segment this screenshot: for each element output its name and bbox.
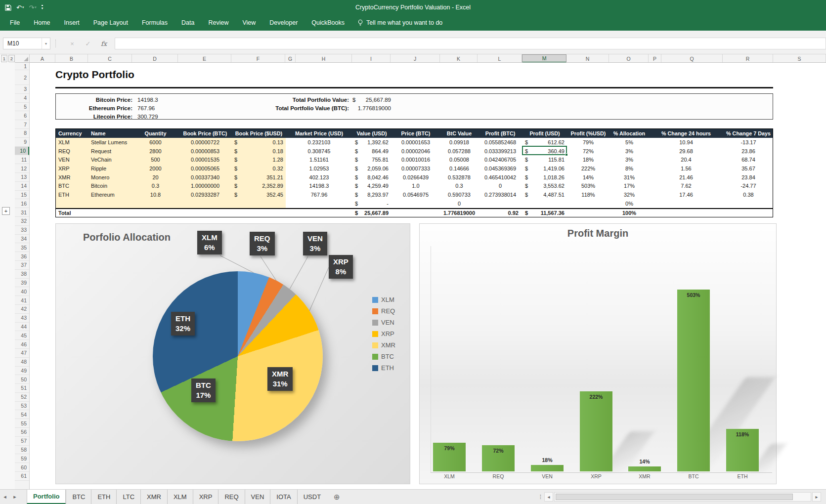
sheet-tab-ven[interactable]: VEN <box>245 490 270 504</box>
column-header-Q[interactable]: Q <box>661 54 723 63</box>
cell[interactable]: -24.77 <box>723 181 774 190</box>
cell[interactable] <box>286 199 352 208</box>
cell[interactable]: VeChain <box>88 155 132 164</box>
sheet-tab-xrp[interactable]: XRP <box>193 490 218 504</box>
row-header-46[interactable]: 46 <box>15 340 29 349</box>
cell[interactable]: 0.38 <box>723 190 774 199</box>
row-header-55[interactable]: 55 <box>15 419 29 428</box>
cell[interactable]: 10.94 <box>649 138 723 147</box>
cell[interactable]: $8,293.97 <box>352 190 391 199</box>
cell[interactable]: 35.67 <box>723 164 774 173</box>
cell[interactable]: Name <box>88 129 132 138</box>
cell[interactable]: Request <box>88 147 132 156</box>
bar-btc[interactable]: 503%BTC <box>677 244 710 471</box>
cell[interactable]: XRP <box>56 164 88 173</box>
sheet-tab-usdt[interactable]: USDT <box>297 490 327 504</box>
cell[interactable]: 0.057288 <box>440 147 478 156</box>
cell[interactable]: % Allocation <box>609 129 649 138</box>
cell[interactable]: Currency <box>56 129 88 138</box>
cancel-button[interactable]: × <box>65 38 79 49</box>
row-header-14[interactable]: 14 <box>15 182 29 191</box>
cell[interactable]: 7.62 <box>649 181 723 190</box>
pie[interactable] <box>153 271 323 441</box>
column-header-A[interactable]: A <box>30 54 55 63</box>
cell[interactable]: Profit (USD) <box>522 129 567 138</box>
row-header-13[interactable]: 13 <box>15 173 29 182</box>
row-header-59[interactable]: 59 <box>15 454 29 463</box>
cell[interactable]: Quantity <box>132 129 178 138</box>
row-header-36[interactable]: 36 <box>15 252 29 261</box>
scroll-left-icon[interactable]: ◂ <box>544 492 553 502</box>
cell[interactable]: % Change 24 hours <box>649 129 723 138</box>
cell[interactable]: BTC <box>56 181 88 190</box>
cell[interactable]: $25,667.89 <box>352 209 391 217</box>
scroll-track[interactable] <box>554 492 811 502</box>
row-header-6[interactable]: 6 <box>15 111 29 120</box>
cell[interactable]: 32% <box>609 190 649 199</box>
cell[interactable]: 0.232103 <box>286 138 352 147</box>
row-header-2[interactable]: 2 <box>15 70 29 85</box>
cell[interactable] <box>391 209 440 217</box>
row-header-47[interactable]: 47 <box>15 349 29 358</box>
tell-me-box[interactable]: Tell me what you want to do <box>351 19 448 27</box>
cell[interactable]: 503% <box>567 181 609 190</box>
cell[interactable]: 0.590733 <box>440 190 478 199</box>
cell[interactable] <box>132 199 178 208</box>
cell[interactable]: 20 <box>132 173 178 182</box>
cell[interactable] <box>723 199 774 208</box>
cell[interactable]: 23.84 <box>723 173 774 182</box>
ribbon-tab-insert[interactable]: Insert <box>57 15 87 30</box>
outline-expand-button[interactable]: + <box>2 207 10 215</box>
cell[interactable] <box>88 199 132 208</box>
cell[interactable]: 0.033399213 <box>478 147 522 156</box>
cell[interactable]: Book Price (BTC) <box>178 129 232 138</box>
bar-xmr[interactable]: 14%XMR <box>628 244 661 471</box>
cell[interactable]: % Change 7 Days <box>723 129 774 138</box>
cell[interactable]: 20.4 <box>649 155 723 164</box>
cell[interactable]: 0.02933287 <box>178 190 232 199</box>
cell[interactable]: Ethereum <box>88 190 132 199</box>
cell[interactable]: 0.09918 <box>440 138 478 147</box>
cell[interactable] <box>522 199 567 208</box>
cell[interactable]: $864.49 <box>352 147 391 156</box>
row-header-11[interactable]: 11 <box>15 155 29 164</box>
ribbon-tab-formulas[interactable]: Formulas <box>135 15 174 30</box>
sheet-nav-right-icon[interactable]: ▸ <box>10 490 20 504</box>
cell[interactable]: 0.0546975 <box>391 190 440 199</box>
row-header-49[interactable]: 49 <box>15 367 29 376</box>
cell[interactable]: 0.465410042 <box>478 173 522 182</box>
cell[interactable]: 0.00010016 <box>391 155 440 164</box>
cell[interactable]: $755.81 <box>352 155 391 164</box>
cell[interactable]: 3% <box>609 155 649 164</box>
row-header-16[interactable]: 16 <box>15 199 29 208</box>
cell[interactable]: 0 <box>478 181 522 190</box>
summary-value[interactable]: 14198.3 <box>137 95 212 104</box>
cell[interactable] <box>649 199 723 208</box>
cell[interactable]: $352.45 <box>232 190 286 199</box>
row-header-3[interactable]: 3 <box>15 85 29 94</box>
cell[interactable]: 0.00002046 <box>391 147 440 156</box>
cell[interactable]: 0.05008 <box>440 155 478 164</box>
cell[interactable]: 21.46 <box>649 173 723 182</box>
cell[interactable]: Price (BTC) <box>391 129 440 138</box>
cell[interactable]: $4,259.49 <box>352 181 391 190</box>
cell[interactable]: Stellar Lumens <box>88 138 132 147</box>
sheet-tab-xmr[interactable]: XMR <box>140 490 167 504</box>
column-header-S[interactable]: S <box>773 54 826 63</box>
customize-quick-access-button[interactable]: ▾ <box>42 5 43 10</box>
row-header-56[interactable]: 56 <box>15 428 29 437</box>
fill-handle[interactable] <box>565 153 568 156</box>
row-header-31[interactable]: 31 <box>15 208 29 217</box>
row-header-39[interactable]: 39 <box>15 279 29 288</box>
ribbon-tab-developer[interactable]: Developer <box>262 15 304 30</box>
summary-value[interactable]: 25,667.89 <box>357 95 391 104</box>
cell[interactable]: $0.32 <box>232 164 286 173</box>
cell[interactable]: 1.02953 <box>286 164 352 173</box>
cell[interactable]: 79% <box>567 138 609 147</box>
cell[interactable]: 72% <box>567 147 609 156</box>
worksheet[interactable]: Crypto Portfolio Bitcoin Price: 14198.3 … <box>30 63 826 489</box>
ribbon-tab-quickbooks[interactable]: QuickBooks <box>304 15 351 30</box>
cell[interactable]: 1.0 <box>391 181 440 190</box>
row-header-37[interactable]: 37 <box>15 261 29 270</box>
cell[interactable] <box>567 199 609 208</box>
